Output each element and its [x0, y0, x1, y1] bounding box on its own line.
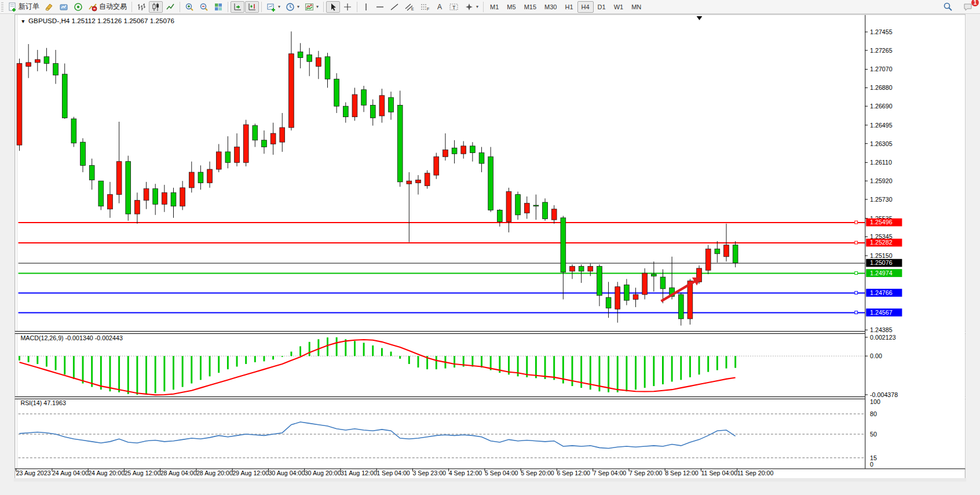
profiles-icon: [286, 2, 295, 12]
candle-bullish: [425, 173, 430, 186]
tile-windows-button[interactable]: [211, 1, 225, 13]
timeframe-button-D1[interactable]: D1: [594, 1, 610, 13]
signals-icon: [74, 2, 83, 12]
candle-bullish: [243, 125, 248, 162]
timeframe-button-H4[interactable]: H4: [577, 1, 594, 13]
search-button[interactable]: [941, 1, 955, 13]
candle-bullish: [235, 147, 240, 163]
candle-bearish: [62, 74, 67, 118]
candle-bullish: [615, 287, 620, 310]
price-badge-text: 1.24974: [870, 270, 893, 276]
symbol-ohlc-line: GBPUSD-,H4 1.25112 1.25126 1.25067 1.250…: [28, 17, 174, 24]
zoom-out-button[interactable]: [197, 1, 211, 13]
time-axis-label: 29 Aug 12:00: [232, 469, 269, 476]
indicators-button[interactable]: ▾: [302, 1, 321, 13]
candle-bullish: [524, 203, 529, 213]
trendline-button[interactable]: [387, 1, 401, 13]
text-label-button[interactable]: T: [447, 1, 462, 13]
hline-handle-1.24974[interactable]: [855, 272, 858, 275]
market-watch-icon: [59, 2, 68, 12]
candle-bearish: [98, 181, 104, 206]
chart-client-area: [15, 14, 966, 481]
candle-bullish: [570, 267, 575, 271]
equidistant-channel-icon: E: [404, 2, 415, 12]
autotrading-button[interactable]: 自动交易: [86, 1, 129, 13]
hline-handle-1.24567[interactable]: [855, 311, 858, 314]
rsi-axis-label: 80: [870, 410, 877, 417]
hline-handle-1.25282[interactable]: [855, 241, 858, 244]
time-axis-label: 1 Sep 04:00: [376, 469, 410, 476]
fibonacci-button[interactable]: F: [418, 1, 433, 13]
notifications-button[interactable]: 1: [961, 1, 975, 13]
candle-bullish: [189, 172, 194, 188]
arrows-button[interactable]: ▾: [462, 1, 481, 13]
price-axis-label: 1.24385: [870, 326, 893, 333]
timeframe-group: M1M5M15M30H1H4D1W1MN: [486, 1, 645, 13]
time-axis-label: 30 Aug 04:00: [268, 469, 305, 476]
time-axis-label: 7 Sep 20:00: [629, 469, 663, 476]
styles-button[interactable]: [42, 1, 56, 13]
new-order-button[interactable]: 新订单: [5, 1, 42, 13]
time-axis-label: 6 Sep 12:00: [557, 469, 590, 476]
price-badge-text: 1.25496: [870, 219, 893, 225]
zoom-in-icon: [185, 2, 194, 12]
candle-bearish: [497, 210, 502, 221]
candle-bullish: [407, 181, 412, 184]
candle-bullish: [135, 201, 140, 214]
hline-handle-1.25496[interactable]: [855, 221, 858, 224]
signals-button[interactable]: [71, 1, 85, 13]
candle-bearish: [397, 105, 403, 182]
market-watch-button[interactable]: [57, 1, 71, 13]
price-axis-label: 1.27070: [870, 65, 893, 72]
cursor-button[interactable]: [326, 1, 340, 13]
candle-bullish: [316, 57, 321, 66]
line-chart-button[interactable]: [163, 1, 177, 13]
candle-bullish: [280, 128, 285, 142]
timeframe-button-H1[interactable]: H1: [561, 1, 577, 13]
text-button[interactable]: A: [433, 1, 446, 13]
rsi-axis-label: 15: [870, 454, 877, 461]
zoom-in-button[interactable]: [182, 1, 196, 13]
time-axis-label: 25 Aug 12:00: [124, 469, 160, 476]
candle-bullish: [207, 169, 213, 183]
crosshair-icon: [343, 2, 352, 12]
rsi-label: RSI(14) 47.1963: [20, 399, 65, 406]
profiles-button[interactable]: ▾: [283, 1, 302, 13]
time-axis-label: 23 Aug 2023: [16, 469, 51, 476]
horizontal-line-button[interactable]: [373, 1, 387, 13]
time-axis-label: 24 Aug 04:00: [52, 469, 89, 476]
candle-bearish: [71, 119, 76, 143]
candle-bearish: [515, 195, 521, 215]
time-axis-label: 4 Sep 12:00: [449, 469, 482, 476]
chart-canvas[interactable]: ▼GBPUSD-,H4 1.25112 1.25126 1.25067 1.25…: [0, 14, 980, 495]
new-chart-button[interactable]: ▾: [264, 1, 283, 13]
auto-scroll-button[interactable]: [231, 1, 244, 13]
candle-bullish: [434, 156, 439, 175]
equidistant-channel-button[interactable]: E: [402, 1, 417, 13]
timeframe-button-W1[interactable]: W1: [610, 1, 628, 13]
candle-bearish: [44, 57, 49, 64]
candle-bullish: [116, 162, 122, 195]
candlestick-chart-button[interactable]: [149, 1, 163, 13]
hline-handle-1.24766[interactable]: [855, 292, 858, 294]
crosshair-button[interactable]: [341, 1, 354, 13]
profiles-dropdown-icon: ▾: [297, 4, 299, 9]
timeframe-button-M15[interactable]: M15: [520, 1, 540, 13]
candle-bearish: [533, 205, 539, 206]
candle-bullish: [461, 146, 466, 154]
svg-text:E: E: [411, 7, 414, 11]
timeframe-button-M5[interactable]: M5: [503, 1, 520, 13]
candle-bullish: [270, 133, 276, 144]
candle-bearish: [470, 146, 475, 153]
timeframe-button-M1[interactable]: M1: [486, 1, 503, 13]
chart-shift-button[interactable]: [245, 1, 259, 13]
text-icon: A: [436, 2, 444, 12]
candle-bearish: [678, 294, 683, 319]
bar-chart-button[interactable]: [134, 1, 148, 13]
timeframe-button-M30[interactable]: M30: [540, 1, 561, 13]
timeframe-button-MN[interactable]: MN: [627, 1, 645, 13]
new-chart-icon: [266, 2, 276, 12]
toolbar-grip: [1, 2, 3, 12]
vertical-line-button[interactable]: [360, 1, 372, 13]
candle-bullish: [26, 63, 31, 67]
